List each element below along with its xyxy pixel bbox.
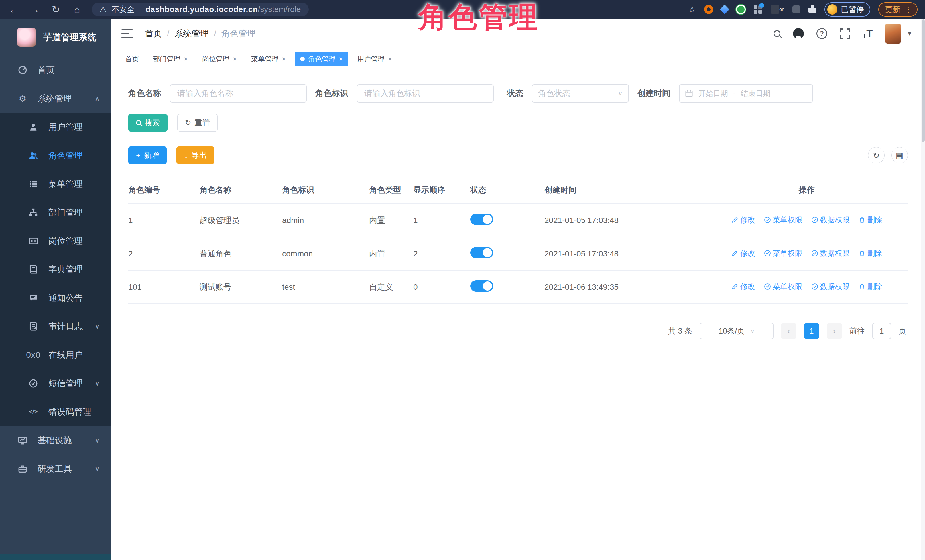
browser-reload-button[interactable]: ↻ <box>50 4 62 15</box>
data-permission-label: 数据权限 <box>820 248 850 258</box>
delete-action-link[interactable]: 删除 <box>858 248 882 258</box>
edit-action-link[interactable]: 修改 <box>731 215 755 225</box>
org-tree-icon <box>28 208 39 217</box>
sidebar-item-label: 在线用户 <box>48 349 83 361</box>
delete-action-link[interactable]: 删除 <box>858 215 882 225</box>
font-size-icon[interactable]: TT <box>863 28 872 40</box>
data-permission-label: 数据权限 <box>820 282 850 292</box>
app-logo-row[interactable]: 芋道管理系统 <box>0 19 111 56</box>
edit-action-link[interactable]: 修改 <box>731 282 755 292</box>
sidebar-item-posts[interactable]: 岗位管理 <box>0 227 111 255</box>
menu-permission-action-link[interactable]: 菜单权限 <box>764 248 802 258</box>
export-button[interactable]: ↓ 导出 <box>176 146 214 164</box>
menu-list-icon <box>28 179 39 189</box>
search-icon[interactable] <box>774 30 780 37</box>
tag-roles-active[interactable]: 角色管理 × <box>295 51 348 66</box>
pagination-total: 共 3 条 <box>668 326 692 336</box>
help-icon[interactable]: ? <box>817 28 827 39</box>
extension-icon-blue-gem[interactable] <box>721 6 728 13</box>
sidebar-item-infrastructure[interactable]: 基础设施 ∨ <box>0 426 111 455</box>
sidebar-item-users[interactable]: 用户管理 <box>0 113 111 141</box>
current-page-button[interactable]: 1 <box>804 323 819 339</box>
column-settings-button[interactable]: ▦ <box>891 147 908 164</box>
close-icon[interactable]: × <box>339 55 343 63</box>
sidebar-item-dict[interactable]: 字典管理 <box>0 255 111 284</box>
sidebar-item-roles[interactable]: 角色管理 <box>0 141 111 170</box>
refresh-table-button[interactable]: ↻ <box>868 147 884 164</box>
goto-page-input[interactable]: 1 <box>872 323 891 339</box>
extension-icon-green-circle[interactable] <box>736 5 746 14</box>
data-permission-action-link[interactable]: 数据权限 <box>811 248 850 258</box>
sidebar-item-departments[interactable]: 部门管理 <box>0 198 111 227</box>
delete-action-link[interactable]: 删除 <box>858 282 882 292</box>
font-size-small-glyph: T <box>863 32 866 40</box>
tag-users[interactable]: 用户管理 × <box>352 51 397 66</box>
sidebar-item-menus[interactable]: 菜单管理 <box>0 170 111 198</box>
reset-button[interactable]: ↻ 重置 <box>177 114 218 132</box>
role-name-input[interactable] <box>170 84 307 102</box>
status-toggle[interactable] <box>470 214 493 225</box>
breadcrumb-home[interactable]: 首页 <box>145 28 162 40</box>
col-header-role-type: 角色类型 <box>369 176 413 204</box>
col-header-role-id: 角色编号 <box>128 176 200 204</box>
data-permission-action-link[interactable]: 数据权限 <box>811 282 850 292</box>
avatar-caret-down-icon[interactable]: ▼ <box>907 30 913 37</box>
tag-menus[interactable]: 菜单管理 × <box>246 51 291 66</box>
date-range-picker[interactable]: 开始日期 - 结束日期 <box>679 84 813 102</box>
edit-action-link[interactable]: 修改 <box>731 248 755 258</box>
breadcrumb-system[interactable]: 系统管理 <box>175 28 209 40</box>
prev-page-button[interactable]: ‹ <box>781 323 797 339</box>
plus-icon: + <box>136 152 140 159</box>
sidebar-item-dev-tools[interactable]: 研发工具 ∨ <box>0 455 111 483</box>
status-toggle[interactable] <box>470 247 493 258</box>
sidebar-item-online-users[interactable]: 0x0 在线用户 <box>0 341 111 369</box>
extension-icon-orange-ring[interactable] <box>704 5 713 14</box>
role-name-label: 角色名称 <box>128 88 161 99</box>
extension-icon-gray-dot[interactable] <box>792 5 800 14</box>
status-select[interactable]: 角色状态 ∨ <box>532 84 629 102</box>
address-bar[interactable]: ⚠ 不安全 dashboard.yudao.iocoder.cn/system/… <box>92 3 309 16</box>
cell-role-name: 普通角色 <box>200 237 282 270</box>
scrollbar-thumb[interactable] <box>922 20 925 142</box>
browser-forward-button[interactable]: → <box>29 4 41 15</box>
extensions-puzzle-icon[interactable] <box>808 5 817 14</box>
tag-home[interactable]: 首页 <box>120 51 144 66</box>
next-page-button[interactable]: › <box>827 323 842 339</box>
tag-departments[interactable]: 部门管理 × <box>148 51 193 66</box>
bookmark-star-icon[interactable]: ☆ <box>688 4 696 15</box>
tag-posts[interactable]: 岗位管理 × <box>197 51 242 66</box>
fullscreen-icon[interactable] <box>840 29 850 39</box>
browser-back-button[interactable]: ← <box>8 4 20 15</box>
add-button[interactable]: + 新增 <box>128 146 167 164</box>
close-icon[interactable]: × <box>282 55 286 63</box>
profile-paused-chip[interactable]: 已暂停 <box>824 2 870 17</box>
chevron-down-icon: ∨ <box>95 323 100 330</box>
browser-menu-kebab-icon[interactable]: ⋮ <box>904 5 913 14</box>
page-scrollbar[interactable] <box>921 19 925 560</box>
github-icon[interactable] <box>793 28 804 39</box>
url-path: /system/role <box>258 5 301 14</box>
sidebar-item-audit-log[interactable]: 审计日志 ∨ <box>0 312 111 341</box>
sidebar-item-label: 菜单管理 <box>48 178 83 190</box>
sidebar-item-notice[interactable]: 通知公告 <box>0 284 111 312</box>
role-key-input[interactable] <box>357 84 494 102</box>
menu-permission-action-link[interactable]: 菜单权限 <box>764 282 802 292</box>
extension-icon-grid-drop[interactable] <box>754 5 763 14</box>
sidebar-item-home[interactable]: 首页 <box>0 56 111 84</box>
sidebar-item-error-codes[interactable]: </> 错误码管理 <box>0 398 111 426</box>
menu-permission-action-link[interactable]: 菜单权限 <box>764 215 802 225</box>
close-icon[interactable]: × <box>388 55 392 63</box>
browser-update-button[interactable]: 更新 ⋮ <box>878 2 917 17</box>
page-size-select[interactable]: 10条/页 ∨ <box>699 323 774 339</box>
search-button[interactable]: 搜索 <box>128 114 167 132</box>
user-avatar[interactable] <box>885 24 901 44</box>
close-icon[interactable]: × <box>184 55 188 63</box>
data-permission-action-link[interactable]: 数据权限 <box>811 215 850 225</box>
status-toggle[interactable] <box>470 280 493 292</box>
browser-home-button[interactable]: ⌂ <box>71 4 83 15</box>
sidebar-item-system[interactable]: ⚙ 系统管理 ∧ <box>0 84 111 113</box>
close-icon[interactable]: × <box>233 55 237 63</box>
sidebar-collapse-icon[interactable] <box>121 29 133 38</box>
extension-icon-dark-on[interactable]: on <box>771 5 785 14</box>
sidebar-item-sms[interactable]: 短信管理 ∨ <box>0 369 111 398</box>
